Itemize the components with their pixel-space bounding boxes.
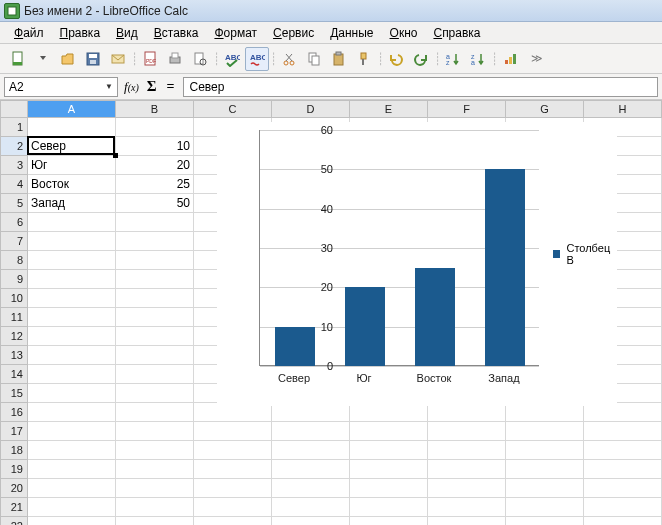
cell[interactable] bbox=[506, 422, 584, 441]
row-header[interactable]: 9 bbox=[0, 270, 28, 289]
cell[interactable] bbox=[506, 460, 584, 479]
row-header[interactable]: 16 bbox=[0, 403, 28, 422]
cell[interactable] bbox=[116, 232, 194, 251]
cell[interactable] bbox=[194, 498, 272, 517]
cell[interactable] bbox=[116, 384, 194, 403]
cell[interactable]: 20 bbox=[116, 156, 194, 175]
format-paintbrush-icon[interactable] bbox=[352, 47, 376, 71]
cell[interactable] bbox=[28, 403, 116, 422]
cell[interactable] bbox=[28, 365, 116, 384]
column-header[interactable]: F bbox=[428, 100, 506, 118]
formula-equals-icon[interactable]: = bbox=[163, 79, 179, 95]
cell[interactable] bbox=[584, 422, 662, 441]
row-header[interactable]: 4 bbox=[0, 175, 28, 194]
cell[interactable]: 10 bbox=[116, 137, 194, 156]
row-header[interactable]: 20 bbox=[0, 479, 28, 498]
column-header[interactable]: A bbox=[28, 100, 116, 118]
name-box[interactable]: A2 ▼ bbox=[4, 77, 118, 97]
cell[interactable]: 25 bbox=[116, 175, 194, 194]
redo-icon[interactable] bbox=[409, 47, 433, 71]
menu-правка[interactable]: Правка bbox=[52, 24, 109, 42]
sum-icon[interactable]: Σ bbox=[145, 78, 159, 95]
cell[interactable] bbox=[194, 479, 272, 498]
cell[interactable] bbox=[194, 422, 272, 441]
column-header[interactable]: C bbox=[194, 100, 272, 118]
cell[interactable] bbox=[116, 308, 194, 327]
column-header[interactable]: G bbox=[506, 100, 584, 118]
open-icon[interactable] bbox=[56, 47, 80, 71]
row-header[interactable]: 8 bbox=[0, 251, 28, 270]
cell[interactable] bbox=[28, 118, 116, 137]
row-header[interactable]: 17 bbox=[0, 422, 28, 441]
spreadsheet-grid[interactable]: ABCDEFGH 1234567891011121314151617181920… bbox=[0, 100, 662, 525]
cell[interactable] bbox=[584, 460, 662, 479]
cell[interactable] bbox=[28, 232, 116, 251]
cell[interactable] bbox=[428, 441, 506, 460]
cell[interactable] bbox=[350, 479, 428, 498]
menu-справка[interactable]: Справка bbox=[425, 24, 488, 42]
row-header[interactable]: 3 bbox=[0, 156, 28, 175]
menu-сервис[interactable]: Сервис bbox=[265, 24, 322, 42]
cell[interactable] bbox=[506, 479, 584, 498]
spellcheck-icon[interactable]: ABC bbox=[220, 47, 244, 71]
cell[interactable] bbox=[506, 498, 584, 517]
row-header[interactable]: 1 bbox=[0, 118, 28, 137]
cell[interactable] bbox=[272, 441, 350, 460]
cell[interactable] bbox=[116, 251, 194, 270]
more-icon[interactable]: ≫ bbox=[523, 47, 547, 71]
cell[interactable] bbox=[116, 498, 194, 517]
cell[interactable] bbox=[28, 308, 116, 327]
row-header[interactable]: 5 bbox=[0, 194, 28, 213]
column-header[interactable]: H bbox=[584, 100, 662, 118]
cell[interactable] bbox=[584, 517, 662, 525]
menu-вид[interactable]: Вид bbox=[108, 24, 146, 42]
cell[interactable] bbox=[116, 365, 194, 384]
row-header[interactable]: 15 bbox=[0, 384, 28, 403]
dropdown-icon[interactable] bbox=[31, 47, 55, 71]
cell[interactable]: Юг bbox=[28, 156, 116, 175]
cell[interactable] bbox=[116, 213, 194, 232]
dropdown-icon[interactable]: ▼ bbox=[105, 82, 113, 91]
menu-вставка[interactable]: Вставка bbox=[146, 24, 207, 42]
column-header[interactable]: D bbox=[272, 100, 350, 118]
row-header[interactable]: 7 bbox=[0, 232, 28, 251]
row-header[interactable]: 18 bbox=[0, 441, 28, 460]
menu-формат[interactable]: Формат bbox=[206, 24, 265, 42]
cell[interactable] bbox=[506, 441, 584, 460]
cell[interactable] bbox=[272, 460, 350, 479]
function-wizard-icon[interactable]: f(x) bbox=[122, 79, 141, 95]
row-header[interactable]: 22 bbox=[0, 517, 28, 525]
cell[interactable] bbox=[584, 441, 662, 460]
cell[interactable] bbox=[350, 460, 428, 479]
pdf-export-icon[interactable]: PDF bbox=[138, 47, 162, 71]
row-header[interactable]: 2 bbox=[0, 137, 28, 156]
autospellcheck-icon[interactable]: ABC bbox=[245, 47, 269, 71]
cell[interactable] bbox=[28, 460, 116, 479]
cell[interactable] bbox=[116, 289, 194, 308]
embedded-chart[interactable]: Столбец B 0102030405060СеверЮгВостокЗапа… bbox=[217, 122, 617, 406]
cell[interactable] bbox=[28, 346, 116, 365]
cell[interactable] bbox=[272, 479, 350, 498]
cell[interactable] bbox=[28, 441, 116, 460]
cell[interactable] bbox=[116, 403, 194, 422]
cell[interactable] bbox=[116, 517, 194, 525]
cell[interactable] bbox=[194, 517, 272, 525]
cell[interactable] bbox=[194, 441, 272, 460]
row-header[interactable]: 12 bbox=[0, 327, 28, 346]
cell[interactable] bbox=[116, 441, 194, 460]
cell[interactable] bbox=[28, 270, 116, 289]
sort-asc-icon[interactable]: az bbox=[441, 47, 465, 71]
cell[interactable] bbox=[272, 422, 350, 441]
cell[interactable] bbox=[194, 460, 272, 479]
cell[interactable]: Восток bbox=[28, 175, 116, 194]
cell[interactable] bbox=[28, 327, 116, 346]
cell[interactable]: 50 bbox=[116, 194, 194, 213]
cell[interactable] bbox=[272, 498, 350, 517]
formula-input[interactable]: Север bbox=[183, 77, 658, 97]
menu-окно[interactable]: Окно bbox=[382, 24, 426, 42]
sort-desc-icon[interactable]: za bbox=[466, 47, 490, 71]
email-icon[interactable] bbox=[106, 47, 130, 71]
row-header[interactable]: 11 bbox=[0, 308, 28, 327]
row-header[interactable]: 6 bbox=[0, 213, 28, 232]
cell[interactable] bbox=[428, 498, 506, 517]
